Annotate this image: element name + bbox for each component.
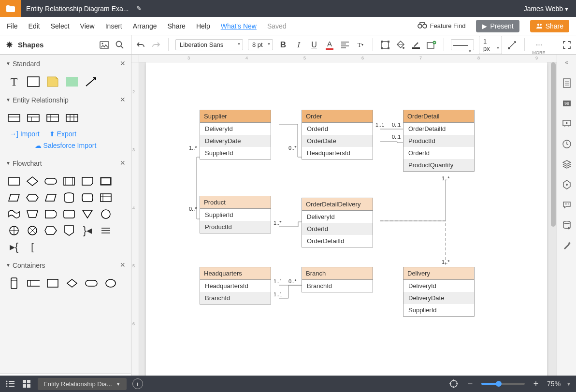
import-action[interactable]: →]Import — [10, 130, 40, 138]
menu-insert[interactable]: Insert — [105, 22, 122, 30]
entity-branch[interactable]: BranchBranchId — [302, 267, 373, 292]
category-standard[interactable]: ▼Standard× — [0, 55, 131, 73]
shape-fc-list[interactable] — [100, 225, 112, 236]
close-icon[interactable]: × — [120, 158, 125, 168]
shape-note[interactable] — [46, 76, 59, 87]
comments-icon[interactable]: 99 — [562, 98, 572, 109]
entity-product[interactable]: ProductSupplierIdProductId — [200, 196, 271, 233]
shape-fc-para[interactable] — [44, 192, 57, 203]
feature-find[interactable]: Feature Find — [418, 22, 466, 30]
shape-options-icon[interactable] — [426, 40, 437, 50]
shape-fc-brace-l[interactable]: ▸{ — [8, 242, 20, 252]
shape-cont4[interactable] — [66, 278, 78, 289]
shape-fc-brace-r[interactable]: }◂ — [81, 225, 94, 236]
text-color-icon[interactable]: A — [324, 40, 335, 50]
data-panel-icon[interactable] — [562, 179, 572, 190]
shape-cont6[interactable] — [104, 278, 117, 289]
shape-fc-bracket[interactable]: [ — [26, 242, 39, 252]
add-page-button[interactable]: + — [132, 378, 143, 389]
document-tab[interactable]: Entity Relationship Dia... ▼ — [38, 378, 127, 390]
menu-help[interactable]: Help — [196, 22, 210, 30]
menu-edit[interactable]: Edit — [29, 22, 40, 30]
more-icon[interactable]: ⋯MORE — [532, 40, 546, 50]
whats-new-link[interactable]: What's New — [221, 22, 257, 30]
image-icon[interactable] — [99, 40, 110, 50]
rename-icon[interactable]: ✎ — [136, 5, 142, 12]
shape-fc-delay[interactable] — [44, 209, 57, 219]
shape-er4[interactable] — [66, 113, 78, 123]
shape-er1[interactable] — [8, 113, 20, 123]
grid-view-icon[interactable] — [21, 378, 32, 389]
italic-icon[interactable]: I — [293, 40, 304, 50]
database-icon[interactable] — [562, 220, 572, 231]
shape-fc-manual[interactable] — [26, 209, 39, 219]
category-flowchart[interactable]: ▼Flowchart× — [0, 154, 131, 172]
line-style-select[interactable] — [451, 39, 474, 50]
zoom-out-icon[interactable]: − — [465, 378, 475, 389]
shape-er3[interactable] — [46, 113, 59, 123]
entity-supplier[interactable]: SupplierDeliveryIdDeliveryDateSupplierId — [200, 110, 271, 160]
export-action[interactable]: ⬆Export — [49, 130, 76, 138]
user-menu[interactable]: James Webb ▾ — [516, 5, 576, 13]
list-view-icon[interactable] — [5, 378, 15, 389]
share-button[interactable]: Share — [530, 20, 569, 32]
text-format-icon[interactable]: T▾ — [355, 40, 366, 50]
zoom-slider[interactable] — [481, 383, 525, 385]
category-containers[interactable]: ▼Containers× — [0, 256, 131, 274]
entity-orderdetail[interactable]: OrderDetailOrderDetailIdProductIdOrderId… — [403, 110, 475, 172]
shape-fc-merge[interactable] — [81, 209, 94, 219]
shape-fc-db[interactable] — [63, 192, 75, 203]
fill-icon[interactable] — [395, 40, 406, 50]
shape-cont5[interactable] — [85, 278, 98, 289]
shape-cont3[interactable] — [46, 278, 59, 289]
gear-icon[interactable]: ✸ — [6, 40, 13, 50]
zoom-level[interactable]: 75% — [547, 380, 561, 388]
vertical-scrollbar[interactable] — [551, 62, 556, 227]
shape-text[interactable]: T — [8, 76, 20, 87]
shape-rect[interactable] — [27, 76, 40, 87]
menu-arrange[interactable]: Arrange — [133, 22, 157, 30]
close-icon[interactable]: × — [120, 95, 125, 105]
shape-arrow[interactable] — [85, 76, 98, 87]
shape-bounds-icon[interactable] — [380, 40, 390, 50]
shape-fc-internal[interactable] — [100, 192, 112, 203]
salesforce-import[interactable]: ☁ Salesforce Import — [0, 140, 131, 154]
shape-fc-storage[interactable] — [81, 192, 94, 203]
chat-icon[interactable] — [562, 200, 572, 210]
shape-fc-disp[interactable] — [44, 225, 57, 236]
menu-view[interactable]: View — [80, 22, 95, 30]
shape-er2[interactable] — [27, 113, 40, 123]
line-width-select[interactable]: 1 px — [479, 36, 502, 54]
shape-fc-diamond[interactable] — [26, 176, 39, 187]
collapse-icon[interactable]: « — [565, 58, 568, 68]
shape-fc-round[interactable] — [63, 209, 75, 219]
search-icon[interactable] — [115, 40, 125, 50]
undo-icon[interactable] — [135, 40, 146, 50]
bold-icon[interactable]: B — [278, 40, 288, 50]
shape-fc-circle[interactable] — [100, 209, 112, 219]
folder-icon[interactable] — [0, 0, 21, 17]
shape-fc-rect[interactable] — [8, 176, 20, 187]
shape-fc-hex[interactable] — [26, 192, 39, 203]
font-select[interactable]: Liberation Sans — [175, 39, 243, 50]
shape-fc-trap1[interactable] — [8, 192, 20, 203]
align-icon[interactable] — [340, 40, 350, 50]
menu-select[interactable]: Select — [51, 22, 70, 30]
shape-cont1[interactable] — [8, 278, 20, 289]
redo-icon[interactable] — [151, 40, 161, 50]
connector-icon[interactable] — [507, 40, 518, 50]
shape-fc-display[interactable] — [81, 176, 94, 187]
font-size-select[interactable]: 8 pt — [248, 39, 273, 50]
shape-fc-offpage[interactable] — [63, 225, 75, 236]
close-icon[interactable]: × — [120, 58, 125, 69]
present-button[interactable]: ▶ Present — [476, 20, 519, 32]
present-panel-icon[interactable] — [562, 118, 572, 129]
history-icon[interactable] — [562, 139, 572, 149]
menu-share[interactable]: Share — [168, 22, 186, 30]
fullscreen-icon[interactable] — [562, 40, 572, 50]
shape-fc-predef[interactable] — [63, 176, 75, 187]
canvas[interactable]: SupplierDeliveryIdDeliveryDateSupplierId… — [139, 62, 557, 392]
shape-fc-tape[interactable] — [8, 209, 20, 219]
category-entity-relationship[interactable]: ▼Entity Relationship× — [0, 91, 131, 109]
close-icon[interactable]: × — [120, 260, 125, 270]
